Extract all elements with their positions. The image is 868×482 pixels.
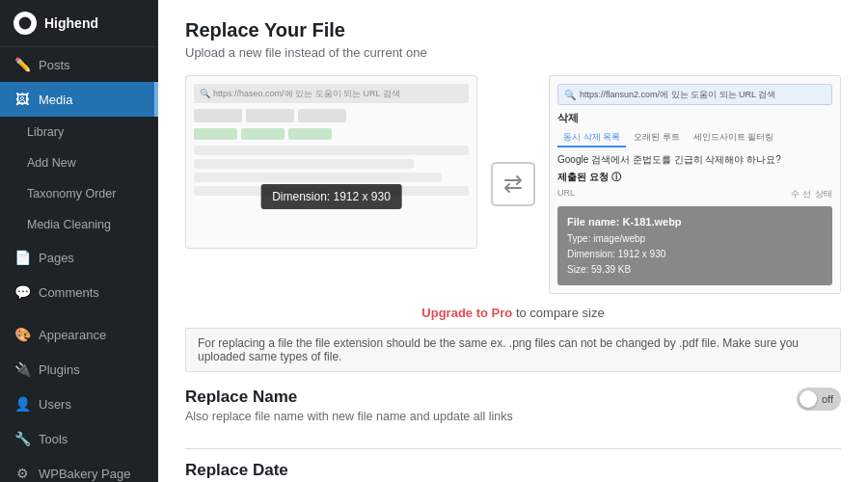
left-tag-row [194,109,469,122]
left-tab-3 [288,128,332,140]
wpbakery-icon: ⚙ [14,465,31,482]
users-icon: 👤 [14,395,31,413]
tools-icon: 🔧 [14,430,31,447]
sidebar: Highend ✏️ Posts 🖼 Media Library Add New… [0,0,158,482]
section-divider [185,448,841,449]
sidebar-item-media-cleaning[interactable]: Media Cleaning [0,209,158,240]
right-sub-label: 제출된 요청 ⓘ [557,171,832,184]
sidebar-item-pages[interactable]: 📄 Pages [0,240,158,275]
toggle-label: off [822,393,833,405]
left-search-bar: 🔍 https://haseo.com/에 있는 도움이 되는 URL 검색 [194,84,469,103]
rc-tab-2[interactable]: 오래된 루트 [628,129,686,147]
file-type: Type: image/webp [567,231,823,247]
pages-label: Pages [39,251,74,265]
brand-icon [14,12,37,35]
users-label: Users [39,397,71,412]
sidebar-item-label: Media [39,93,72,107]
left-tab-row [194,128,469,140]
right-tabs-row: 동시 삭제 목록 오래된 루트 세인드사이트 필터링 [557,129,832,147]
sidebar-item-taxonomy-order[interactable]: Taxonomy Order [0,178,158,209]
dimension-tooltip: Dimension: 1912 x 930 [260,184,402,209]
svg-rect-1 [492,163,534,205]
url-col-status: 상태 [815,188,832,201]
file-compare-area: 🔍 https://haseo.com/에 있는 도움이 되는 URL 검색 [185,75,841,294]
left-tab-2 [241,128,285,140]
upgrade-row: Upgrade to Pro to compare size [185,306,841,320]
appearance-icon: 🎨 [14,326,31,343]
replace-name-title: Replace Name [185,388,513,407]
file-dimension: Dimension: 1912 x 930 [567,247,823,262]
sidebar-item-appearance[interactable]: 🎨 Appearance [0,317,158,352]
right-file-info: File name: K-181.webp Type: image/webp D… [557,206,832,285]
swap-arrows-icon [489,161,537,207]
left-row-2 [194,159,414,169]
page-title: Replace Your File [185,19,841,41]
rc-tab-3[interactable]: 세인드사이트 필터링 [688,129,780,147]
page-subtitle: Upload a new file instead of the current… [185,45,841,60]
upgrade-suffix: to compare size [516,306,605,320]
sidebar-item-plugins[interactable]: 🔌 Plugins [0,352,158,387]
add-new-label: Add New [27,156,76,170]
toggle-circle [800,390,817,408]
pages-icon: 📄 [14,249,31,266]
library-label: Library [27,125,64,139]
media-icon: 🖼 [14,91,31,108]
sidebar-item-comments[interactable]: 💬 Comments [0,275,158,309]
sidebar-item-add-new[interactable]: Add New [0,147,158,178]
replace-date-section: Replace Date Also replace file date with… [185,461,841,482]
main-content: Replace Your File Upload a new file inst… [158,0,868,482]
sidebar-item-posts[interactable]: ✏️ Posts [0,47,158,82]
file-size: Size: 59.39 KB [567,262,823,278]
tools-label: Tools [39,432,68,446]
left-row-3 [194,173,442,182]
url-col-url: URL [557,188,787,201]
replace-date-title: Replace Date [185,461,841,480]
right-question: Google 검색에서 준법도를 긴급히 삭제해야 하나요? [557,153,832,167]
taxonomy-order-label: Taxonomy Order [27,187,116,201]
replace-name-desc: Also replace file name with new file nam… [185,410,513,423]
svg-point-0 [19,17,32,30]
sidebar-item-label: Posts [39,58,70,72]
left-tag-1 [194,109,242,122]
replace-name-toggle[interactable]: off [797,388,841,411]
sidebar-item-tools[interactable]: 🔧 Tools [0,421,158,456]
sidebar-item-wpbakery[interactable]: ⚙ WPBakery Page [0,456,158,482]
comments-label: Comments [39,285,99,300]
file-name: File name: K-181.webp [567,214,823,231]
right-file-card: 🔍 https://flansun2.com/에 있는 도움이 되는 URL 검… [549,75,841,294]
right-url-row: URL 수 선 상태 [557,188,832,201]
left-tag-2 [246,109,294,122]
posts-icon: ✏️ [14,56,31,73]
plugins-label: Plugins [39,362,80,377]
sidebar-brand: Highend [0,0,158,47]
left-tab-1 [194,128,237,140]
rc-tab-1[interactable]: 동시 삭제 목록 [557,129,626,147]
right-search-text: https://flansun2.com/에 있는 도움이 되는 URL 검색 [580,89,775,101]
media-cleaning-label: Media Cleaning [27,218,111,231]
replace-name-section: Replace Name Also replace file name with… [185,388,841,433]
left-row-1 [194,146,469,155]
right-search-bar: 🔍 https://flansun2.com/에 있는 도움이 되는 URL 검… [557,84,832,105]
wpbakery-label: WPBakery Page [39,467,130,481]
brand-label: Highend [44,15,98,31]
upgrade-link[interactable]: Upgrade to Pro [421,306,512,320]
right-delete-label: 삭제 [557,111,832,125]
left-file-card: 🔍 https://haseo.com/에 있는 도움이 되는 URL 검색 [185,75,477,249]
replace-name-text: Replace Name Also replace file name with… [185,388,513,433]
left-tag-3 [298,109,346,122]
right-search-icon: 🔍 [564,90,576,100]
comments-icon: 💬 [14,283,31,301]
plugins-icon: 🔌 [14,361,31,378]
left-search-text: https://haseo.com/에 있는 도움이 되는 URL 검색 [213,88,400,100]
notice-text: For replacing a file the file extension … [185,328,841,372]
url-col-count: 수 선 [791,188,811,201]
sidebar-item-media[interactable]: 🖼 Media [0,82,158,117]
sidebar-item-library[interactable]: Library [0,117,158,147]
appearance-label: Appearance [39,328,106,342]
sidebar-item-users[interactable]: 👤 Users [0,387,158,421]
